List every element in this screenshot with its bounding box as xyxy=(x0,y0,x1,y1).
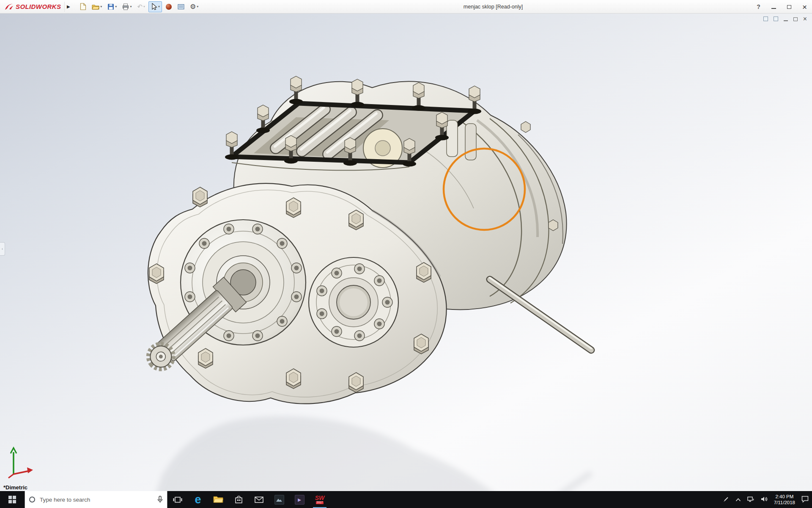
options-button[interactable]: ⚙ ▾ xyxy=(188,1,200,12)
hidden-icons-button[interactable] xyxy=(735,497,741,503)
pen-icon xyxy=(723,496,729,502)
print-icon xyxy=(122,3,129,10)
movies-app-button[interactable]: ▶ xyxy=(289,491,310,508)
side-shaft[interactable] xyxy=(490,278,591,350)
document-icon xyxy=(763,17,768,21)
view-orientation-label: *Dimetric xyxy=(3,484,27,491)
undo-button[interactable]: ↶ ▾ xyxy=(135,1,147,12)
network-icon xyxy=(747,496,754,502)
dropdown-arrow-icon: ▾ xyxy=(115,5,117,8)
windows-logo-icon xyxy=(8,496,16,503)
appearance-sphere-icon xyxy=(165,3,172,10)
document-window-controls: × xyxy=(763,16,807,22)
doc-minimize-button[interactable] xyxy=(784,16,788,22)
window-controls: ? × xyxy=(757,0,807,14)
close-button[interactable]: × xyxy=(802,3,807,11)
clock-date: 7/11/2018 xyxy=(774,500,795,505)
new-document-icon xyxy=(80,3,86,10)
dropdown-arrow-icon: ▾ xyxy=(197,5,198,8)
clock-time: 2:40 PM xyxy=(775,494,793,500)
close-icon: × xyxy=(802,3,807,11)
display-settings-icon xyxy=(178,4,184,10)
help-icon: ? xyxy=(757,3,760,10)
mail-icon xyxy=(255,497,263,503)
dropdown-arrow-icon: ▾ xyxy=(130,5,132,8)
open-button[interactable]: ▾ xyxy=(90,1,104,12)
photos-app-icon xyxy=(274,495,284,505)
maximize-button[interactable] xyxy=(787,4,791,10)
edge-icon: e xyxy=(195,494,201,505)
file-explorer-button[interactable] xyxy=(208,491,228,508)
store-icon xyxy=(235,495,243,504)
photos-app-button[interactable] xyxy=(269,491,289,508)
minimize-icon xyxy=(784,20,788,21)
system-tray: 2:40 PM 7/11/2018 xyxy=(723,491,812,508)
orientation-triad xyxy=(6,445,36,479)
pinned-apps: e ▶ xyxy=(167,491,330,508)
taskbar-clock[interactable]: 2:40 PM 7/11/2018 xyxy=(774,494,795,505)
task-view-icon xyxy=(173,496,182,503)
main-toolbar: ▾ ▾ ▾ ↶ ▾ ▾ xyxy=(78,1,200,12)
dropdown-arrow-icon: ▾ xyxy=(143,5,145,8)
print-button[interactable]: ▾ xyxy=(120,1,134,12)
dropdown-arrow-icon: ▾ xyxy=(100,5,102,8)
select-tool-button[interactable]: ▾ xyxy=(148,1,162,12)
chevron-left-icon: ‹ xyxy=(2,247,3,251)
dropdown-arrow-icon: ▾ xyxy=(158,5,160,8)
gear-icon: ⚙ xyxy=(190,3,196,10)
feature-panel-collapsed-tab[interactable]: ‹ xyxy=(0,242,5,256)
graphics-viewport[interactable]: × ‹ *Dimetric xyxy=(0,14,812,491)
output-flange[interactable] xyxy=(309,257,398,347)
select-cursor-icon xyxy=(151,3,157,10)
pen-input-button[interactable] xyxy=(723,496,729,503)
app-titlebar: SOLIDWORKS ▶ ▾ ▾ xyxy=(0,0,812,14)
undo-icon: ↶ xyxy=(137,3,143,10)
solidworks-app-button[interactable]: SW 2017 xyxy=(310,491,330,508)
new-window-button[interactable] xyxy=(763,16,768,22)
new-document-button[interactable] xyxy=(78,1,88,12)
toolbar-flyout-button[interactable]: ▶ xyxy=(64,2,72,12)
tile-windows-button[interactable] xyxy=(774,16,778,22)
help-button[interactable]: ? xyxy=(757,3,760,10)
cortana-icon xyxy=(29,497,35,502)
model-canvas[interactable] xyxy=(0,14,812,491)
doc-restore-button[interactable] xyxy=(793,16,798,22)
store-button[interactable] xyxy=(228,491,249,508)
ds-logo-icon xyxy=(4,3,14,11)
volume-button[interactable] xyxy=(761,496,768,503)
close-icon: × xyxy=(803,15,807,22)
movies-app-icon: ▶ xyxy=(295,495,304,505)
save-button[interactable]: ▾ xyxy=(105,1,119,12)
solidworks-app-icon: SW 2017 xyxy=(315,495,325,504)
display-settings-button[interactable] xyxy=(176,1,187,12)
open-folder-icon xyxy=(92,4,99,10)
mail-button[interactable] xyxy=(249,491,269,508)
save-floppy-icon xyxy=(107,3,114,10)
start-button[interactable] xyxy=(0,491,25,508)
maximize-icon xyxy=(787,5,791,9)
edge-button[interactable]: e xyxy=(188,491,208,508)
microphone-icon[interactable] xyxy=(157,496,163,503)
taskbar: e ▶ xyxy=(0,491,812,508)
minimize-icon xyxy=(771,8,776,9)
restore-icon xyxy=(793,17,798,21)
action-center-button[interactable] xyxy=(801,496,809,504)
appearance-button[interactable] xyxy=(163,1,174,12)
brand-text: SOLIDWORKS xyxy=(16,3,61,10)
speaker-icon xyxy=(761,496,768,502)
model-reflection xyxy=(148,416,591,491)
chevron-up-icon xyxy=(735,498,741,502)
taskbar-search[interactable] xyxy=(25,491,167,508)
document-icon xyxy=(774,17,778,21)
file-explorer-icon xyxy=(213,496,223,503)
notification-icon xyxy=(801,496,809,502)
solidworks-logo: SOLIDWORKS xyxy=(0,0,64,13)
network-button[interactable] xyxy=(747,496,754,503)
window-title: menjac sklop [Read-only] xyxy=(464,0,523,14)
task-view-button[interactable] xyxy=(167,491,188,508)
search-input[interactable] xyxy=(39,496,154,503)
doc-close-button[interactable]: × xyxy=(803,16,807,22)
minimize-button[interactable] xyxy=(771,4,776,10)
